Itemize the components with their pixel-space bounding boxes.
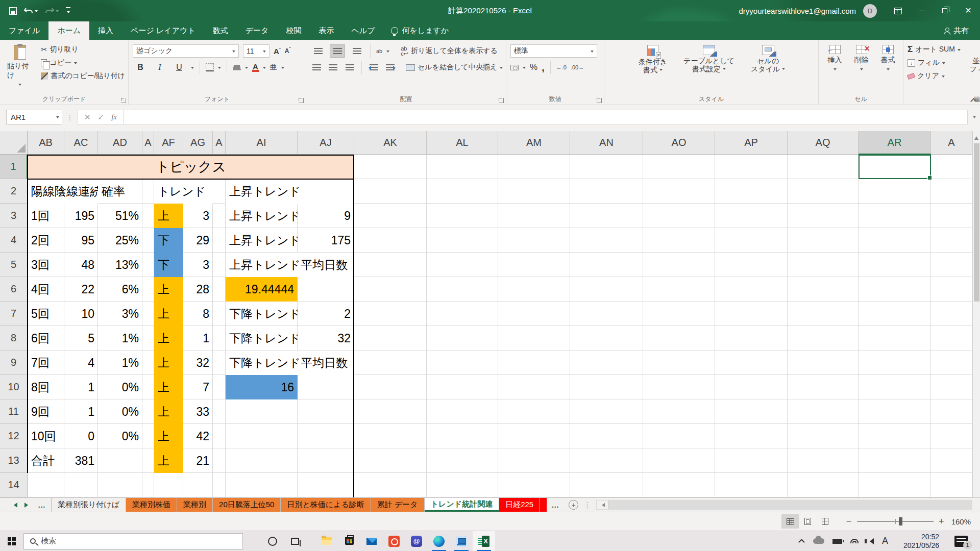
cell-AF11[interactable]: 上 <box>154 399 183 424</box>
increase-decimal-button[interactable]: ←.0 <box>556 64 567 70</box>
format-painter-button[interactable]: 書式のコピー/貼り付け <box>41 69 125 83</box>
align-bottom-button[interactable] <box>349 44 364 58</box>
cell-AI2[interactable]: 上昇トレンド <box>226 179 354 204</box>
hidden-icons-chevron-icon[interactable] <box>798 539 805 545</box>
at-menu-app-button[interactable]: @ <box>405 531 428 551</box>
cell-AC10[interactable]: 1 <box>64 375 98 399</box>
horizontal-scrollbar[interactable] <box>596 500 972 510</box>
scroll-left-icon[interactable] <box>597 500 608 509</box>
row-header-2[interactable]: 2 <box>0 179 28 204</box>
row-header-1[interactable]: 1 <box>0 155 28 179</box>
cell-AJ4[interactable]: 175 <box>298 228 354 253</box>
red-app-button[interactable] <box>383 531 405 551</box>
format-as-table-button[interactable]: テーブルとして書式設定 <box>680 43 738 76</box>
zoom-slider-thumb[interactable] <box>899 517 902 525</box>
clear-button[interactable]: クリア <box>908 69 961 83</box>
font-color-icon[interactable]: A <box>252 63 259 72</box>
dialog-launcher-icon[interactable] <box>121 98 126 103</box>
start-button[interactable] <box>0 531 23 551</box>
zoom-in-button[interactable]: + <box>939 516 944 527</box>
cell-AF10[interactable]: 上 <box>154 375 183 399</box>
row-header-11[interactable]: 11 <box>0 399 28 424</box>
column-header-AI[interactable]: AI <box>226 131 298 155</box>
column-header-AE[interactable]: A <box>142 131 154 155</box>
minimize-button[interactable] <box>910 0 933 21</box>
speaker-icon[interactable] <box>867 538 874 544</box>
borders-icon[interactable] <box>206 63 214 71</box>
copy-button[interactable]: コピー <box>41 56 125 69</box>
row-header-13[interactable]: 13 <box>0 448 28 473</box>
cell-AB4[interactable]: 2回 <box>28 228 64 253</box>
cell-AF6[interactable]: 上 <box>154 277 183 302</box>
cell-AJ3[interactable]: 9 <box>298 204 354 228</box>
dialog-launcher-icon[interactable] <box>299 98 304 103</box>
cell-styles-button[interactable]: セルのスタイル <box>748 43 788 76</box>
increase-font-icon[interactable]: Aˆ <box>274 47 281 56</box>
ribbon-tab-数式[interactable]: 数式 <box>204 21 237 40</box>
cell-AC4[interactable]: 95 <box>64 228 98 253</box>
column-header-AB[interactable]: AB <box>28 131 64 155</box>
cell-AG13[interactable]: 21 <box>183 448 213 473</box>
cell-AD10[interactable]: 0% <box>98 375 142 399</box>
cell-AI6[interactable]: 19.44444 <box>226 277 298 302</box>
font-family-select[interactable]: 游ゴシック <box>133 44 239 58</box>
cell-AG3[interactable]: 3 <box>183 204 213 228</box>
cell-AB2[interactable]: 陽線陰線連続 <box>28 179 98 204</box>
row-header-3[interactable]: 3 <box>0 204 28 228</box>
conditional-formatting-button[interactable]: 条件付き書式 <box>635 43 670 76</box>
cell-AI4[interactable]: 上昇トレンド <box>226 228 298 253</box>
cell-AB11[interactable]: 9回 <box>28 399 64 424</box>
active-cell-AR1[interactable] <box>859 155 931 179</box>
cell-AF4[interactable]: 下 <box>154 228 183 253</box>
ime-mode[interactable]: A <box>882 536 888 546</box>
wrap-text-button[interactable]: abc↩ 折り返して全体を表示する <box>401 44 498 58</box>
paste-button[interactable]: 貼り付け <box>4 43 36 89</box>
cell-AI3[interactable]: 上昇トレンド <box>226 204 298 228</box>
cell-AF5[interactable]: 下 <box>154 253 183 277</box>
row-header-10[interactable]: 10 <box>0 375 28 399</box>
select-all-corner[interactable] <box>0 131 28 155</box>
accounting-format-icon[interactable] <box>510 65 519 70</box>
taskbar-clock[interactable]: 20:52 2021/05/26 <box>903 533 939 550</box>
sheet-tab-20日騰落上位50[interactable]: 20日騰落上位50 <box>213 498 281 512</box>
prev-sheet-icon[interactable] <box>11 503 17 508</box>
cell-AF9[interactable]: 上 <box>154 350 183 375</box>
cell-AB3[interactable]: 1回 <box>28 204 64 228</box>
cell-AF12[interactable]: 上 <box>154 424 183 448</box>
ribbon-tab-ファイル[interactable]: ファイル <box>0 21 48 40</box>
ribbon-tab-校閲[interactable]: 校閲 <box>277 21 310 40</box>
formula-bar-splitter[interactable]: ⋮ <box>66 113 74 121</box>
column-header-AD[interactable]: AD <box>98 131 142 155</box>
cell-AF8[interactable]: 上 <box>154 326 183 350</box>
column-header-AL[interactable]: AL <box>427 131 498 155</box>
chevron-down-icon[interactable] <box>245 67 248 70</box>
cell-AG11[interactable]: 33 <box>183 399 213 424</box>
horizontal-scrollbar-thumb[interactable] <box>608 500 972 509</box>
column-header-AR[interactable]: AR <box>859 131 931 155</box>
zoom-level[interactable]: 160% <box>951 517 971 526</box>
sheet-tab-sliver[interactable] <box>540 498 547 512</box>
formula-input[interactable] <box>124 110 968 124</box>
cell-AD4[interactable]: 25% <box>98 228 142 253</box>
restore-button[interactable] <box>933 0 957 21</box>
sheet-tab-業種別株価[interactable]: 業種別株価 <box>126 498 177 512</box>
zoom-out-button[interactable]: − <box>846 516 851 527</box>
delete-cells-button[interactable]: 削除 <box>851 43 872 74</box>
ribbon-tab-挿入[interactable]: 挿入 <box>89 21 122 40</box>
next-sheet-icon[interactable] <box>24 503 31 508</box>
dialog-launcher-icon[interactable] <box>597 98 602 103</box>
cell-AC7[interactable]: 10 <box>64 302 98 326</box>
vertical-scrollbar[interactable] <box>972 131 980 497</box>
cut-button[interactable]: ✂切り取り <box>41 43 125 56</box>
avatar[interactable]: D <box>863 4 877 18</box>
ribbon-tab-ページ レイアウト[interactable]: ページ レイアウト <box>122 21 204 40</box>
cell-AG12[interactable]: 42 <box>183 424 213 448</box>
cell-AG10[interactable]: 7 <box>183 375 213 399</box>
normal-view-button[interactable] <box>781 514 799 529</box>
redo-dropdown-icon[interactable] <box>56 10 59 14</box>
cell-AD2[interactable]: 確率 <box>98 179 142 204</box>
row-header-14[interactable]: 14 <box>0 473 28 497</box>
insert-cells-button[interactable]: 挿入 <box>825 43 845 74</box>
cell-AB1[interactable]: トピックス <box>28 155 354 179</box>
cell-AB5[interactable]: 3回 <box>28 253 64 277</box>
